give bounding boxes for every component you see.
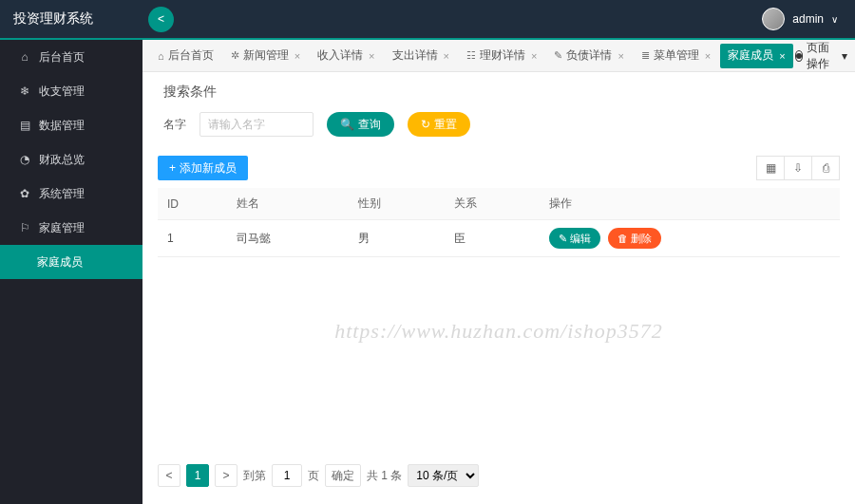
app-title: 投资理财系统 [0, 10, 142, 28]
th-name[interactable]: 姓名 [227, 188, 349, 220]
search-name-label: 名字 [163, 117, 186, 133]
pie-icon: ◔ [18, 153, 31, 166]
sidebar-item-balance[interactable]: ❄收支管理 [0, 74, 142, 108]
calendar-icon: ☷ [466, 49, 476, 62]
home-icon: ⌂ [18, 50, 31, 64]
gear-icon: ✿ [18, 187, 31, 200]
user-menu[interactable]: admin ∨ [762, 8, 855, 30]
tab-news[interactable]: ✲新闻管理× [223, 44, 308, 68]
asterisk-icon: ✲ [231, 49, 239, 62]
cell-name: 司马懿 [227, 220, 349, 257]
sidebar-item-home[interactable]: ⌂后台首页 [0, 40, 142, 74]
pencil-icon: ✎ [554, 49, 562, 62]
button-label: 重置 [434, 117, 457, 133]
close-icon[interactable]: × [618, 50, 623, 62]
target-icon [795, 50, 804, 62]
user-name: admin [792, 12, 824, 26]
sidebar-item-data[interactable]: ▤数据管理 [0, 108, 142, 142]
query-button[interactable]: 🔍查询 [327, 112, 394, 137]
pager-page-input[interactable] [272, 464, 302, 487]
th-op[interactable]: 操作 [540, 188, 840, 220]
tab-label: 新闻管理 [243, 47, 289, 64]
sidebar-item-family[interactable]: ⚐家庭管理 [0, 211, 142, 245]
close-icon[interactable]: × [705, 50, 711, 62]
tab-label: 收入详情 [317, 47, 363, 64]
tab-expense[interactable]: 支出详情× [385, 44, 457, 68]
search-name-input[interactable] [200, 112, 314, 137]
sidebar-item-family-member[interactable]: 家庭成员 [0, 245, 142, 279]
home-icon: ⌂ [158, 50, 164, 62]
tab-label: 后台首页 [168, 47, 214, 64]
close-icon[interactable]: × [531, 50, 537, 62]
topbar: 投资理财系统 < admin ∨ [0, 0, 855, 38]
close-icon[interactable]: × [369, 50, 374, 62]
tab-bar: ⌂后台首页 ✲新闻管理× 收入详情× 支出详情× ☷理财详情× ✎负债详情× ≣… [142, 40, 855, 72]
tab-label: 菜单管理 [654, 47, 699, 64]
close-icon[interactable]: × [444, 50, 449, 62]
columns-button[interactable]: ▦ [756, 156, 785, 180]
close-icon[interactable]: × [294, 50, 300, 62]
avatar [762, 8, 785, 30]
print-button[interactable]: ⎙ [811, 156, 840, 180]
th-gender[interactable]: 性别 [349, 188, 445, 220]
pager-page-1[interactable]: 1 [186, 464, 209, 487]
th-id[interactable]: ID [158, 188, 227, 220]
pagination: < 1 > 到第 页 确定 共 1 条 10 条/页 [158, 464, 479, 487]
page-operations-dropdown[interactable]: 页面操作 ▾ [795, 40, 847, 72]
tab-label: 支出详情 [392, 47, 438, 64]
tab-family-member[interactable]: 家庭成员× [720, 44, 792, 68]
export-button[interactable]: ⇩ [784, 156, 812, 180]
sidebar-item-label: 数据管理 [39, 118, 85, 134]
tab-income[interactable]: 收入详情× [310, 44, 382, 68]
cell-gender: 男 [349, 220, 445, 257]
sidebar-item-system[interactable]: ✿系统管理 [0, 177, 142, 211]
edit-button[interactable]: ✎编辑 [549, 228, 600, 249]
pager-next-button[interactable]: > [215, 464, 238, 487]
snowflake-icon: ❄ [18, 84, 31, 98]
list-icon: ▤ [18, 119, 31, 132]
menu-icon: ≣ [641, 49, 650, 62]
data-table: ID 姓名 性别 关系 操作 1 司马懿 男 臣 [158, 188, 840, 257]
content-area: ⌂后台首页 ✲新闻管理× 收入详情× 支出详情× ☷理财详情× ✎负债详情× ≣… [142, 38, 855, 504]
tab-invest[interactable]: ☷理财详情× [459, 44, 544, 68]
tab-menu[interactable]: ≣菜单管理× [634, 44, 718, 68]
trash-icon: 🗑 [618, 233, 628, 244]
th-relation[interactable]: 关系 [445, 188, 541, 220]
pencil-icon: ✎ [559, 233, 567, 245]
tab-debt[interactable]: ✎负债详情× [546, 44, 631, 68]
search-title: 搜索条件 [163, 84, 840, 101]
refresh-icon: ↻ [421, 118, 430, 131]
add-member-button[interactable]: +添加新成员 [158, 156, 248, 180]
cell-relation: 臣 [445, 220, 541, 257]
close-icon[interactable]: × [779, 50, 785, 62]
pager-confirm-button[interactable]: 确定 [325, 464, 361, 487]
sidebar: ⌂后台首页 ❄收支管理 ▤数据管理 ◔财政总览 ✿系统管理 ⚐家庭管理 家庭成员 [0, 38, 142, 504]
search-row: 名字 🔍查询 ↻重置 [163, 112, 840, 137]
page-op-label: 页面操作 [807, 40, 838, 72]
reset-button[interactable]: ↻重置 [408, 112, 470, 137]
tab-home[interactable]: ⌂后台首页 [150, 44, 221, 68]
cell-id: 1 [158, 220, 227, 257]
plus-icon: + [169, 161, 176, 175]
sidebar-item-label: 家庭管理 [39, 220, 85, 236]
pager-total: 共 1 条 [367, 468, 402, 484]
delete-button[interactable]: 🗑删除 [608, 228, 661, 249]
sidebar-item-finance[interactable]: ◔财政总览 [0, 142, 142, 177]
chevron-down-icon: ▾ [842, 49, 847, 63]
search-icon: 🔍 [340, 118, 354, 131]
button-label: 添加新成员 [180, 160, 237, 177]
flag-icon: ⚐ [18, 221, 31, 234]
button-label: 查询 [358, 117, 381, 133]
tab-label: 理财详情 [480, 47, 525, 64]
pager-page-label: 页 [308, 468, 319, 484]
pager-prev-button[interactable]: < [158, 464, 180, 487]
table-row: 1 司马懿 男 臣 ✎编辑 🗑删除 [158, 220, 840, 257]
pager-size-select[interactable]: 10 条/页 [408, 464, 479, 487]
sidebar-item-label: 系统管理 [39, 186, 85, 202]
page-body: 搜索条件 名字 🔍查询 ↻重置 +添加新成员 ▦ ⇩ ⎙ ID [142, 72, 855, 504]
sidebar-item-label: 家庭成员 [37, 254, 83, 271]
sidebar-collapse-button[interactable]: < [148, 7, 174, 32]
button-label: 删除 [631, 232, 652, 246]
watermark: https://www.huzhan.com/ishop3572 [334, 319, 663, 344]
tab-label: 负债详情 [566, 47, 612, 64]
